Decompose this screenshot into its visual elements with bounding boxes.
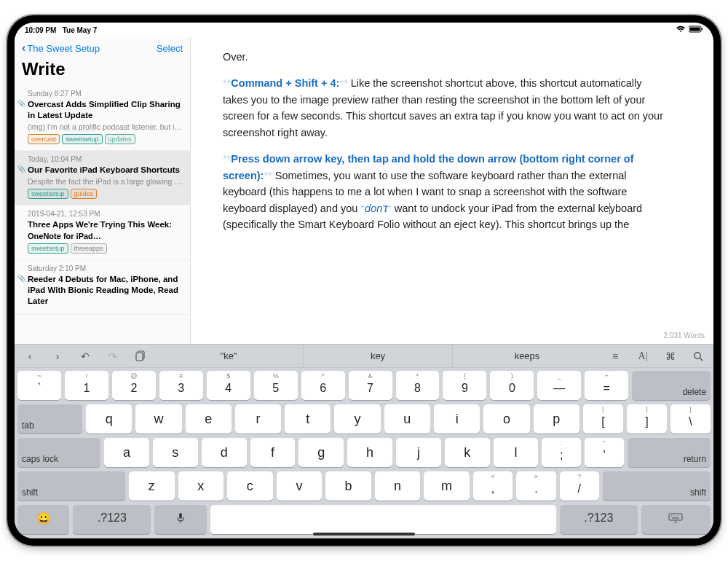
key-u[interactable]: u xyxy=(384,404,430,434)
key-w[interactable]: w xyxy=(135,404,181,434)
svg-rect-9 xyxy=(669,514,682,520)
suggestion[interactable]: keeps xyxy=(452,345,601,368)
key-m[interactable]: m xyxy=(424,471,470,501)
key-4[interactable]: $4 xyxy=(207,371,250,400)
key-shift[interactable]: shift xyxy=(603,471,711,501)
key-capslock[interactable]: caps lock xyxy=(17,438,100,467)
note-item[interactable]: 📎Today, 10:04 PMOur Favorite iPad Keyboa… xyxy=(15,151,190,205)
key-y[interactable]: y xyxy=(334,404,380,434)
key-n[interactable]: n xyxy=(375,471,421,501)
editor-pane[interactable]: Over. **Command + Shift + 4:** Like the … xyxy=(191,37,713,344)
key-1[interactable]: !1 xyxy=(65,371,108,400)
key-[interactable]: }] xyxy=(627,404,667,434)
undo-button[interactable]: ↶ xyxy=(71,345,99,368)
nav-forward-button[interactable]: › xyxy=(44,345,71,368)
key-tab[interactable]: tab xyxy=(17,404,82,434)
font-button[interactable]: A| xyxy=(629,345,657,368)
key-e[interactable]: e xyxy=(186,404,232,434)
list-icon[interactable]: ≡ xyxy=(601,345,629,368)
key-[interactable]: "' xyxy=(585,438,624,467)
key-q[interactable]: q xyxy=(86,404,132,434)
key-[interactable]: ?/ xyxy=(560,471,599,501)
key-8[interactable]: *8 xyxy=(396,371,440,400)
key-delete[interactable]: delete xyxy=(632,371,711,400)
key-d[interactable]: d xyxy=(202,438,247,467)
tag[interactable]: sweetsetup xyxy=(28,243,68,254)
key-a[interactable]: a xyxy=(104,438,149,467)
key-[interactable]: :; xyxy=(542,438,581,467)
key-123[interactable]: .?123 xyxy=(73,505,151,534)
home-indicator[interactable] xyxy=(313,533,415,536)
note-item[interactable]: 2019-04-21, 12:53 PMThree Apps We're Try… xyxy=(15,205,190,260)
back-label: The Sweet Setup xyxy=(27,43,100,54)
nav-back-button[interactable]: ‹ xyxy=(16,345,44,368)
key-hide-keyboard[interactable] xyxy=(641,505,711,534)
tag[interactable]: sweetsetup xyxy=(62,134,103,144)
key-[interactable]: _— xyxy=(537,371,581,400)
key-mic[interactable] xyxy=(154,505,206,534)
back-button[interactable]: ‹ The Sweet Setup xyxy=(22,42,100,55)
key-x[interactable]: x xyxy=(178,471,224,501)
key-[interactable]: |\ xyxy=(670,404,711,434)
key-j[interactable]: j xyxy=(396,438,441,467)
key-c[interactable]: c xyxy=(227,471,273,501)
status-right xyxy=(676,26,703,34)
key-0[interactable]: )0 xyxy=(490,371,534,400)
key-r[interactable]: r xyxy=(235,404,281,434)
key-space[interactable] xyxy=(210,505,556,534)
clipboard-button[interactable] xyxy=(127,345,154,368)
select-button[interactable]: Select xyxy=(157,43,183,54)
tag[interactable]: sweetsetup xyxy=(28,189,68,199)
key-123[interactable]: .?123 xyxy=(560,505,638,534)
key-g[interactable]: g xyxy=(298,438,344,467)
tag[interactable]: overcast xyxy=(28,134,60,144)
key-b[interactable]: b xyxy=(325,471,371,501)
key-2[interactable]: @2 xyxy=(112,371,156,400)
key-[interactable]: += xyxy=(585,371,628,400)
keyboard-rows: ~`!1@2#3$4%5^6&7*8(9)0_—+=delete tabqwer… xyxy=(15,368,713,538)
tag[interactable]: updates xyxy=(105,134,135,144)
key-6[interactable]: ^6 xyxy=(301,371,345,400)
note-tags: overcastsweetsetupupdates xyxy=(28,134,183,144)
key-[interactable]: ~` xyxy=(17,371,61,400)
note-tags: sweetsetupguides xyxy=(28,189,183,199)
key-9[interactable]: (9 xyxy=(443,371,486,400)
status-date: Tue May 7 xyxy=(63,26,98,34)
key-i[interactable]: i xyxy=(434,404,480,434)
status-time: 10:09 PM xyxy=(25,26,56,34)
key-5[interactable]: %5 xyxy=(254,371,298,400)
key-f[interactable]: f xyxy=(250,438,296,467)
key-o[interactable]: o xyxy=(483,404,529,434)
key-l[interactable]: l xyxy=(494,438,539,467)
redo-button[interactable]: ↷ xyxy=(99,345,127,368)
key-v[interactable]: v xyxy=(277,471,323,501)
markdown-italic: don't xyxy=(365,203,387,214)
tag[interactable]: threeapps xyxy=(71,243,107,254)
key-h[interactable]: h xyxy=(347,438,392,467)
search-icon[interactable] xyxy=(684,345,712,368)
key-[interactable]: {[ xyxy=(583,404,623,434)
key-p[interactable]: p xyxy=(534,404,579,434)
key-t[interactable]: t xyxy=(285,404,331,434)
key-k[interactable]: k xyxy=(445,438,490,467)
key-3[interactable]: #3 xyxy=(159,371,203,400)
key-[interactable]: <, xyxy=(473,471,513,501)
command-icon[interactable]: ⌘ xyxy=(657,345,684,368)
key-7[interactable]: &7 xyxy=(349,371,392,400)
note-item[interactable]: 📎Sunday 8:27 PMOvercast Adds Simplified … xyxy=(15,85,190,151)
tag[interactable]: guides xyxy=(71,189,98,199)
suggestion[interactable]: key xyxy=(303,345,452,368)
key-emoji[interactable]: 😀 xyxy=(17,505,69,534)
svg-rect-7 xyxy=(179,513,182,519)
sidebar: ‹ The Sweet Setup Select Write 📎Sunday 8… xyxy=(15,37,191,344)
key-s[interactable]: s xyxy=(153,438,198,467)
key-return[interactable]: return xyxy=(628,438,711,467)
key-shift[interactable]: shift xyxy=(17,471,125,501)
note-title: Reeder 4 Debuts for Mac, iPhone, and iPa… xyxy=(28,274,183,307)
key-z[interactable]: z xyxy=(129,471,175,501)
key-[interactable]: >. xyxy=(516,471,555,501)
markdown-stars: ** xyxy=(339,77,347,89)
note-item[interactable]: 📎Saturday 2:10 PMReeder 4 Debuts for Mac… xyxy=(15,260,190,315)
note-list[interactable]: 📎Sunday 8:27 PMOvercast Adds Simplified … xyxy=(15,85,190,344)
suggestion[interactable]: "ke" xyxy=(154,345,303,368)
